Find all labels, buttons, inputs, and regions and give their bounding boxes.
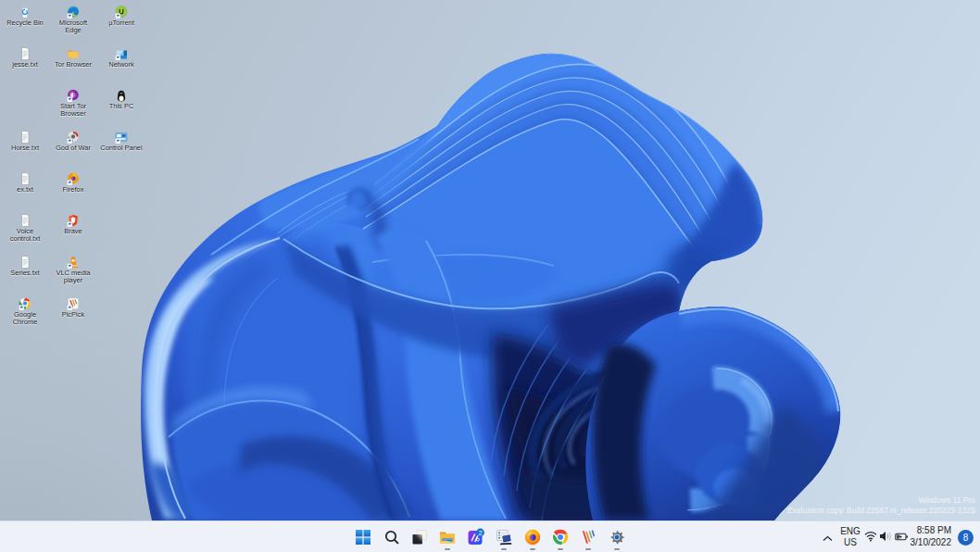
svg-text:2: 2 [478, 528, 482, 536]
